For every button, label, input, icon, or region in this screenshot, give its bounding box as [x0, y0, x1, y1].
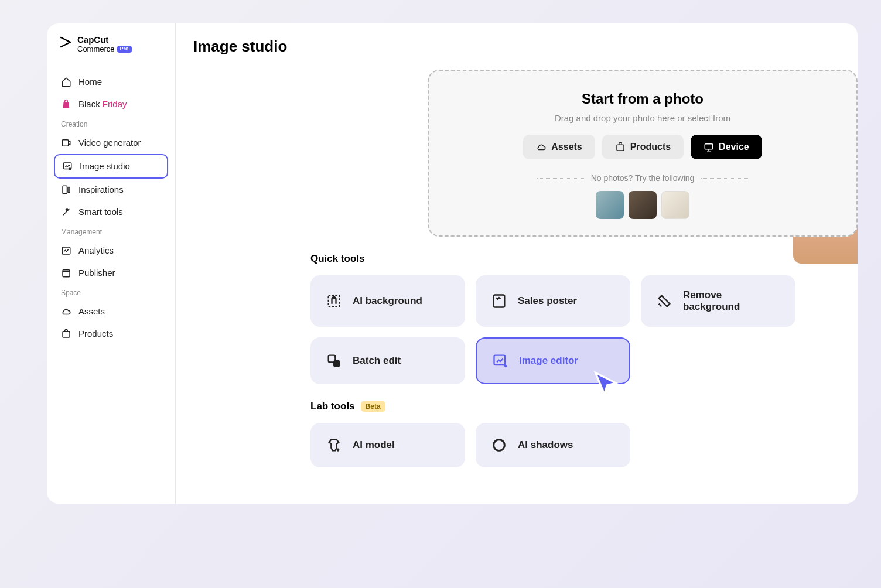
section-label-space: Space — [54, 284, 168, 300]
sample-photo-2[interactable] — [629, 191, 657, 219]
tool-ai-model[interactable]: AI model — [310, 423, 465, 467]
cursor-icon — [590, 369, 621, 399]
sidebar-item-label: Publisher — [78, 268, 115, 278]
sidebar-item-label: Inspirations — [78, 184, 124, 194]
sidebar-item-smart-tools[interactable]: Smart tools — [54, 201, 168, 223]
svg-rect-3 — [63, 186, 67, 194]
logo: CapCut Commerce Pro — [54, 35, 168, 53]
svg-point-2 — [69, 168, 71, 170]
main-content: Image studio Start from a photo Drag and… — [176, 23, 858, 504]
assets-button[interactable]: Assets — [523, 135, 595, 159]
svg-rect-13 — [334, 361, 339, 366]
photo-dropzone[interactable]: Start from a photo Drag and drop your ph… — [428, 70, 858, 237]
analytics-icon — [61, 245, 71, 256]
svg-point-15 — [494, 440, 505, 451]
sample-photo-1[interactable] — [596, 191, 624, 219]
logo-icon — [59, 35, 73, 49]
sidebar-item-label: Black Friday — [78, 99, 127, 109]
sidebar-item-label: Image studio — [80, 161, 130, 171]
sidebar: CapCut Commerce Pro Home Black Friday Cr… — [47, 23, 176, 504]
sidebar-item-video-generator[interactable]: Video generator — [54, 132, 168, 154]
cloud-icon — [536, 142, 547, 152]
tool-ai-shadows[interactable]: AI shadows — [476, 423, 630, 467]
sales-poster-icon — [491, 293, 507, 309]
sample-photos — [452, 191, 833, 219]
image-studio-icon — [62, 161, 73, 172]
tool-ai-background[interactable]: AI background — [310, 275, 465, 327]
tool-sales-poster[interactable]: Sales poster — [476, 275, 630, 327]
sidebar-item-label: Assets — [78, 306, 105, 316]
sidebar-item-black-friday[interactable]: Black Friday — [54, 93, 168, 115]
try-following-label: No photos? Try the following — [452, 173, 833, 183]
quick-tools-heading: Quick tools — [310, 253, 365, 265]
tool-remove-background[interactable]: Remove background — [641, 275, 795, 327]
app-window: CapCut Commerce Pro Home Black Friday Cr… — [47, 23, 858, 504]
svg-rect-7 — [63, 331, 70, 337]
svg-rect-0 — [62, 140, 69, 146]
section-label-creation: Creation — [54, 115, 168, 132]
device-icon — [704, 142, 714, 152]
svg-rect-9 — [705, 144, 713, 149]
lab-tools-grid: AI model AI shadows — [310, 423, 858, 467]
video-gen-icon — [61, 138, 71, 148]
sidebar-item-image-studio[interactable]: Image studio — [54, 154, 168, 179]
sample-photo-3[interactable] — [661, 191, 689, 219]
section-label-management: Management — [54, 223, 168, 240]
tool-batch-edit[interactable]: Batch edit — [310, 337, 465, 384]
sidebar-item-label: Video generator — [78, 138, 141, 148]
logo-subtitle: Commerce — [77, 45, 115, 53]
ai-model-icon — [326, 437, 342, 453]
sidebar-item-inspirations[interactable]: Inspirations — [54, 179, 168, 201]
sidebar-item-label: Smart tools — [78, 207, 123, 217]
inspirations-icon — [61, 184, 71, 195]
page-title: Image studio — [193, 37, 858, 56]
products-button[interactable]: Products — [602, 135, 684, 159]
products-icon — [61, 329, 71, 339]
ai-shadows-icon — [491, 437, 507, 453]
dropzone-title: Start from a photo — [452, 91, 833, 107]
svg-rect-6 — [63, 270, 70, 277]
remove-background-icon — [656, 293, 672, 309]
sidebar-item-analytics[interactable]: Analytics — [54, 240, 168, 262]
sidebar-item-publisher[interactable]: Publisher — [54, 262, 168, 284]
sidebar-item-assets[interactable]: Assets — [54, 300, 168, 323]
batch-edit-icon — [326, 353, 342, 369]
dropzone-subtitle: Drag and drop your photo here or select … — [452, 113, 833, 123]
smart-tools-icon — [61, 207, 71, 217]
products-icon — [615, 142, 626, 152]
logo-title: CapCut — [77, 35, 132, 45]
svg-rect-4 — [68, 187, 70, 192]
sidebar-item-label: Analytics — [78, 245, 114, 255]
sidebar-item-products[interactable]: Products — [54, 323, 168, 345]
sidebar-item-label: Home — [78, 77, 102, 87]
cloud-icon — [61, 306, 71, 317]
publisher-icon — [61, 268, 71, 278]
bag-icon — [61, 99, 71, 110]
svg-rect-8 — [617, 145, 624, 151]
lab-tools-heading: Lab tools — [310, 401, 355, 412]
tool-image-editor[interactable]: Image editor — [476, 337, 630, 384]
sidebar-item-home[interactable]: Home — [54, 71, 168, 93]
image-editor-icon — [492, 353, 508, 369]
home-icon — [61, 77, 71, 87]
beta-badge: Beta — [361, 401, 385, 412]
ai-background-icon — [326, 293, 342, 309]
pro-badge: Pro — [117, 46, 132, 53]
device-button[interactable]: Device — [691, 135, 762, 159]
sidebar-item-label: Products — [78, 329, 113, 339]
quick-tools-grid: AI background Sales poster Remove backgr… — [310, 275, 858, 384]
